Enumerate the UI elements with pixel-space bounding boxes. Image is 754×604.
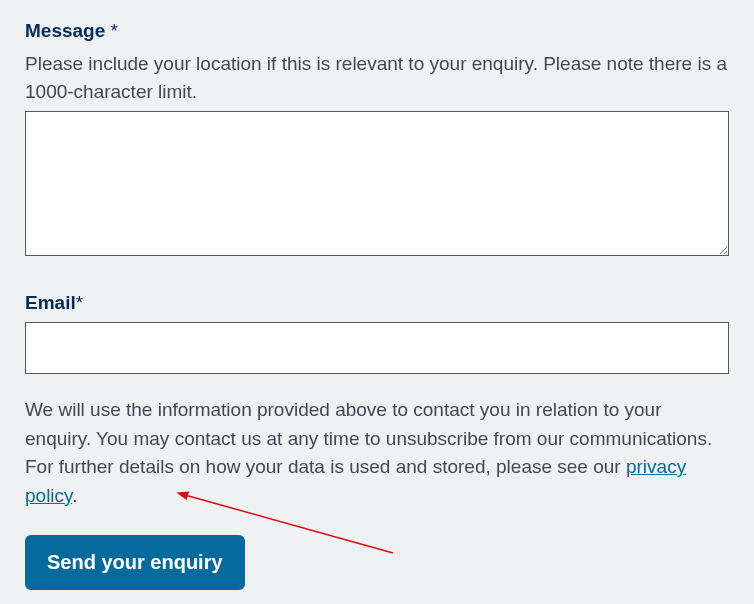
- required-marker: *: [76, 292, 83, 313]
- privacy-notice: We will use the information provided abo…: [25, 396, 729, 510]
- privacy-text-after: .: [72, 485, 77, 506]
- email-input[interactable]: [25, 322, 729, 374]
- message-label: Message *: [25, 20, 729, 42]
- message-field-block: Message * Please include your location i…: [25, 20, 729, 260]
- message-helper-text: Please include your location if this is …: [25, 50, 729, 105]
- email-label: Email*: [25, 292, 729, 314]
- privacy-text-before: We will use the information provided abo…: [25, 399, 712, 477]
- required-marker: *: [105, 20, 118, 41]
- email-field-block: Email*: [25, 292, 729, 374]
- message-textarea[interactable]: [25, 111, 729, 256]
- email-label-text: Email: [25, 292, 76, 313]
- message-label-text: Message: [25, 20, 105, 41]
- send-enquiry-button[interactable]: Send your enquiry: [25, 535, 245, 590]
